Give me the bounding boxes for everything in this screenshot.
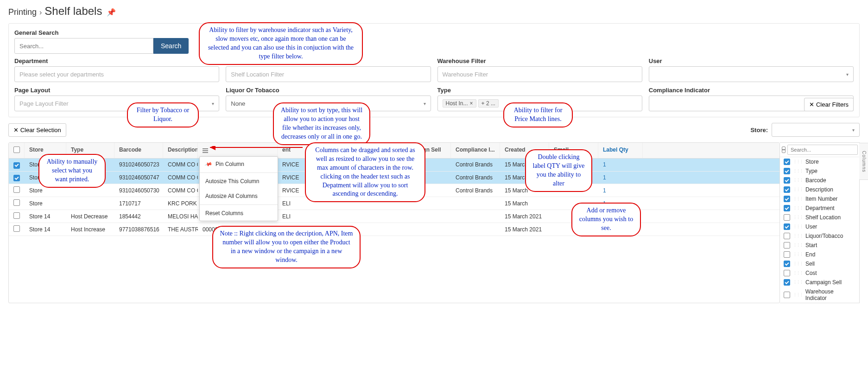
column-checkbox[interactable] (784, 270, 790, 276)
row-checkbox[interactable] (13, 212, 20, 219)
columns-select-all-checkbox[interactable] (782, 147, 786, 153)
warehouse-filter-label: Warehouse Filter (437, 57, 642, 64)
menu-autosize-this[interactable]: Autosize This Column (200, 174, 278, 189)
column-toggle-row[interactable]: ⋮⋮⋮Sell (780, 259, 859, 268)
menu-autosize-all[interactable]: Autosize All Columns (200, 189, 278, 204)
cell-type (66, 201, 114, 206)
drag-icon[interactable]: ⋮⋮⋮ (793, 261, 803, 266)
column-toggle-row[interactable]: ⋮⋮⋮Shelf Location (780, 213, 859, 222)
column-toggle-row[interactable]: ⋮⋮⋮Cost (780, 268, 859, 278)
table-row[interactable]: Store 14Host Decrease1854442MELOSI HAM D… (9, 210, 779, 223)
column-checkbox[interactable] (784, 223, 790, 230)
column-toggle-row[interactable]: ⋮⋮⋮Barcode (780, 176, 859, 185)
column-toggle-row[interactable]: ⋮⋮⋮Campaign Sell (780, 278, 859, 287)
cell-label-qty[interactable]: 1 (598, 172, 643, 183)
cell-campaign-sell (417, 227, 451, 232)
drag-icon[interactable]: ⋮⋮⋮ (793, 169, 803, 173)
type-more-tag[interactable]: + 2 ... (478, 99, 499, 108)
type-tag[interactable]: Host In... × (443, 99, 476, 108)
header-description[interactable]: Description (163, 143, 198, 158)
column-checkbox[interactable] (784, 205, 790, 211)
header-barcode[interactable]: Barcode (114, 143, 163, 158)
column-toggle-row[interactable]: ⋮⋮⋮Type (780, 166, 859, 176)
drag-icon[interactable]: ⋮⋮⋮ (793, 293, 803, 297)
drag-icon[interactable]: ⋮⋮⋮ (793, 215, 803, 220)
column-toggle-row[interactable]: ⋮⋮⋮Department (780, 204, 859, 213)
drag-icon[interactable]: ⋮⋮⋮ (793, 206, 803, 210)
callout-columns-drag: Columns can be dragged and sorted as wel… (305, 142, 425, 202)
drag-icon[interactable]: ⋮⋮⋮ (793, 224, 803, 229)
warehouse-filter-input[interactable]: Warehouse Filter (437, 66, 642, 82)
column-checkbox[interactable] (784, 186, 790, 193)
type-label: Type (437, 87, 642, 94)
drag-icon[interactable]: ⋮⋮⋮ (793, 159, 803, 164)
column-toggle-row[interactable]: ⋮⋮⋮Store (780, 157, 859, 166)
column-checkbox[interactable] (784, 168, 790, 174)
cell-description: MELOSI HAM D (163, 211, 198, 222)
search-button[interactable]: Search (153, 38, 189, 54)
column-toggle-row[interactable]: ⋮⋮⋮Start (780, 241, 859, 250)
column-name: Department (805, 205, 835, 211)
row-checkbox[interactable] (13, 162, 20, 169)
column-checkbox[interactable] (784, 261, 790, 267)
column-checkbox[interactable] (784, 251, 790, 258)
row-checkbox[interactable] (13, 175, 20, 181)
cell-barcode: 9310246050723 (114, 159, 163, 170)
store-select-label: Store: (750, 127, 768, 134)
column-checkbox[interactable] (784, 159, 790, 165)
drag-icon[interactable]: ⋮⋮⋮ (793, 234, 803, 238)
chevron-right-icon: › (39, 8, 42, 17)
drag-icon[interactable]: ⋮⋮⋮ (793, 197, 803, 201)
department-select[interactable]: Please select your departments (14, 66, 219, 82)
column-checkbox[interactable] (784, 292, 790, 298)
clear-filters-button[interactable]: ✕ Clear Filters (804, 98, 854, 111)
menu-pin-column[interactable]: 📌Pin Column (200, 157, 278, 172)
column-checkbox[interactable] (784, 233, 790, 239)
drag-icon[interactable]: ⋮⋮⋮ (793, 271, 803, 275)
cell-label-qty[interactable]: 1 (598, 185, 643, 196)
column-toggle-row[interactable]: ⋮⋮⋮End (780, 250, 859, 259)
shelf-location-input[interactable]: Shelf Location Filter (226, 66, 431, 82)
column-context-menu: 📌Pin Column Autosize This Column Autosiz… (199, 156, 278, 221)
close-icon[interactable]: × (470, 100, 473, 107)
column-checkbox[interactable] (784, 214, 790, 221)
column-toggle-row[interactable]: ⋮⋮⋮Warehouse Indicator (780, 287, 859, 303)
pin-icon[interactable]: 📌 (107, 8, 116, 17)
clear-selection-button[interactable]: ✕ Clear Selection (8, 123, 66, 137)
column-toggle-row[interactable]: ⋮⋮⋮User (780, 222, 859, 231)
drag-icon[interactable]: ⋮⋮⋮ (793, 280, 803, 285)
header-checkbox[interactable] (9, 143, 25, 158)
menu-reset-columns[interactable]: Reset Columns (200, 206, 278, 221)
drag-icon[interactable]: ⋮⋮⋮ (793, 243, 803, 248)
row-checkbox[interactable] (13, 199, 20, 206)
column-checkbox[interactable] (784, 279, 790, 286)
cell-description: THE AUSTRALIA... (163, 224, 198, 235)
column-checkbox[interactable] (784, 242, 790, 249)
column-name: Barcode (805, 177, 826, 184)
drag-icon[interactable]: ⋮⋮⋮ (793, 252, 803, 257)
columns-search-input[interactable] (787, 145, 858, 155)
header-label-qty[interactable]: Label Qty (598, 143, 643, 158)
columns-tab[interactable]: Columns (859, 143, 868, 180)
user-select[interactable]: ▾ (649, 66, 854, 82)
callout-add-remove-cols: Add or remove columns you wish to see. (571, 203, 641, 236)
store-select[interactable]: ▾ (772, 123, 860, 137)
drag-icon[interactable]: ⋮⋮⋮ (793, 178, 803, 183)
cell-label-qty[interactable]: 1 (598, 159, 643, 170)
drag-icon[interactable]: ⋮⋮⋮ (793, 187, 803, 192)
cell-description: COMM CO QU (163, 185, 198, 196)
breadcrumb: Printing › Shelf labels 📌 (8, 5, 860, 18)
column-toggle-row[interactable]: ⋮⋮⋮Item Number (780, 194, 859, 204)
breadcrumb-section[interactable]: Printing (8, 7, 37, 17)
search-input[interactable] (14, 38, 153, 54)
table-row[interactable]: Store 14Host Increase9771038876516THE AU… (9, 223, 779, 236)
row-checkbox[interactable] (13, 225, 20, 232)
column-toggle-row[interactable]: ⋮⋮⋮Description (780, 185, 859, 194)
header-compliance[interactable]: Compliance I... (451, 143, 500, 158)
column-toggle-row[interactable]: ⋮⋮⋮Liquor/Tobacco (780, 231, 859, 241)
column-checkbox[interactable] (784, 196, 790, 202)
cell-type (66, 188, 114, 193)
column-checkbox[interactable] (784, 177, 790, 184)
cell-barcode: 1710717 (114, 198, 163, 209)
row-checkbox[interactable] (13, 186, 20, 193)
